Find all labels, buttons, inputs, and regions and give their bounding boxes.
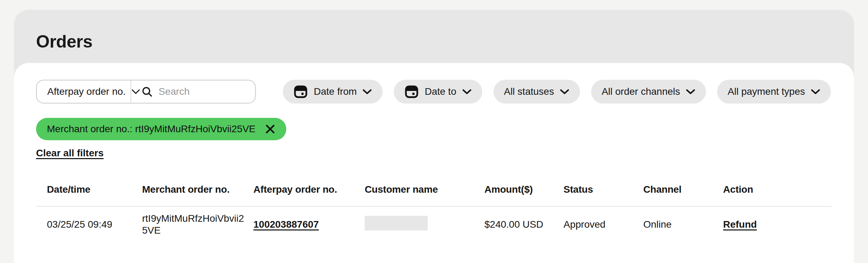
chevron-down-icon (362, 89, 372, 95)
column-header-channel: Channel (643, 184, 723, 195)
order-channels-label: All order channels (602, 86, 680, 97)
statuses-dropdown[interactable]: All statuses (493, 80, 580, 104)
calendar-icon (404, 84, 419, 99)
active-filters: Merchant order no.: rtI9yMitMuRfzHoiVbvi… (36, 118, 832, 140)
filter-bar: Afterpay order no. (36, 80, 832, 104)
column-header-amount: Amount($) (484, 184, 564, 195)
afterpay-order-no-link[interactable]: 100203887607 (253, 219, 319, 230)
page-title: Orders (36, 31, 92, 52)
card-content: Afterpay order no. (14, 63, 854, 263)
orders-card: Orders Afterpay order no. (14, 10, 854, 263)
chevron-down-icon (462, 89, 472, 95)
column-header-afterpay-order-no: Afterpay order no. (253, 184, 365, 195)
date-from-dropdown[interactable]: Date from (283, 80, 383, 104)
search-box (131, 80, 256, 103)
search-category-label: Afterpay order no. (47, 86, 126, 97)
column-header-merchant-order-no: Merchant order no. (142, 184, 253, 195)
remove-filter-icon[interactable] (265, 123, 276, 135)
statuses-label: All statuses (504, 86, 554, 97)
chevron-down-icon (686, 89, 695, 95)
redacted-customer-name (365, 216, 428, 230)
search-combo: Afterpay order no. (36, 80, 256, 104)
orders-page: Orders Afterpay order no. (0, 0, 868, 263)
cell-status: Approved (564, 214, 643, 235)
filter-chip-label: Merchant order no.: rtI9yMitMuRfzHoiVbvi… (47, 123, 255, 135)
filter-dropdowns: Date from Date to (283, 80, 832, 104)
column-header-status: Status (564, 184, 643, 195)
date-from-label: Date from (314, 86, 357, 97)
cell-merchant-order-no: rtI9yMitMuRfzHoiVbvii25VE (142, 208, 249, 241)
table-header: Date/time Merchant order no. Afterpay or… (36, 173, 832, 207)
clear-all-filters-link[interactable]: Clear all filters (36, 148, 104, 158)
column-header-action: Action (723, 184, 832, 195)
refund-link[interactable]: Refund (723, 219, 757, 230)
merchant-order-filter-chip: Merchant order no.: rtI9yMitMuRfzHoiVbvi… (36, 118, 286, 140)
clear-filters-row: Clear all filters (36, 148, 832, 159)
orders-table: Date/time Merchant order no. Afterpay or… (36, 173, 832, 242)
search-icon (141, 86, 153, 98)
calendar-icon (293, 84, 308, 99)
payment-types-label: All payment types (728, 86, 805, 97)
chevron-down-icon (560, 89, 569, 95)
search-input[interactable] (159, 86, 256, 97)
chevron-down-icon (811, 89, 820, 95)
order-channels-dropdown[interactable]: All order channels (591, 80, 706, 104)
column-header-customer-name: Customer name (365, 184, 484, 195)
date-to-dropdown[interactable]: Date to (394, 80, 482, 104)
payment-types-dropdown[interactable]: All payment types (717, 80, 831, 104)
cell-channel: Online (643, 214, 723, 235)
column-header-datetime: Date/time (47, 184, 142, 195)
cell-amount: $240.00 USD (484, 214, 564, 235)
table-row: 03/25/25 09:49 rtI9yMitMuRfzHoiVbvii25VE… (36, 207, 832, 242)
card-header: Orders (14, 10, 854, 63)
search-category-dropdown[interactable]: Afterpay order no. (37, 80, 131, 103)
date-to-label: Date to (425, 86, 456, 97)
cell-customer-name (365, 211, 484, 238)
cell-datetime: 03/25/25 09:49 (47, 214, 142, 235)
